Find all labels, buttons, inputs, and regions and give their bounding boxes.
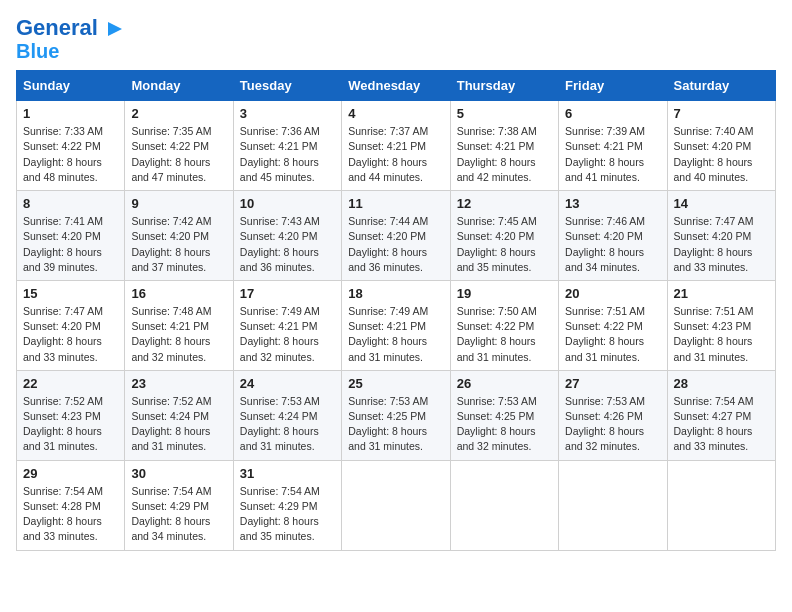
day-info: Sunrise: 7:47 AMSunset: 4:20 PMDaylight:… [674,214,769,275]
calendar-header-thursday: Thursday [450,71,558,101]
day-info: Sunrise: 7:43 AMSunset: 4:20 PMDaylight:… [240,214,335,275]
day-number: 8 [23,196,118,211]
day-number: 1 [23,106,118,121]
calendar-cell: 21Sunrise: 7:51 AMSunset: 4:23 PMDayligh… [667,280,775,370]
calendar-cell: 11Sunrise: 7:44 AMSunset: 4:20 PMDayligh… [342,191,450,281]
day-info: Sunrise: 7:33 AMSunset: 4:22 PMDaylight:… [23,124,118,185]
calendar-header-wednesday: Wednesday [342,71,450,101]
svg-marker-0 [108,22,122,36]
day-info: Sunrise: 7:44 AMSunset: 4:20 PMDaylight:… [348,214,443,275]
calendar-cell: 24Sunrise: 7:53 AMSunset: 4:24 PMDayligh… [233,370,341,460]
day-info: Sunrise: 7:39 AMSunset: 4:21 PMDaylight:… [565,124,660,185]
logo: General Blue [16,16,124,62]
calendar-cell [342,460,450,550]
calendar-cell: 15Sunrise: 7:47 AMSunset: 4:20 PMDayligh… [17,280,125,370]
calendar-cell: 30Sunrise: 7:54 AMSunset: 4:29 PMDayligh… [125,460,233,550]
calendar-cell: 6Sunrise: 7:39 AMSunset: 4:21 PMDaylight… [559,101,667,191]
day-info: Sunrise: 7:45 AMSunset: 4:20 PMDaylight:… [457,214,552,275]
day-number: 28 [674,376,769,391]
day-info: Sunrise: 7:49 AMSunset: 4:21 PMDaylight:… [240,304,335,365]
day-info: Sunrise: 7:54 AMSunset: 4:29 PMDaylight:… [131,484,226,545]
calendar-cell: 20Sunrise: 7:51 AMSunset: 4:22 PMDayligh… [559,280,667,370]
calendar-cell: 7Sunrise: 7:40 AMSunset: 4:20 PMDaylight… [667,101,775,191]
day-number: 16 [131,286,226,301]
day-number: 3 [240,106,335,121]
calendar-cell: 25Sunrise: 7:53 AMSunset: 4:25 PMDayligh… [342,370,450,460]
calendar-week-4: 22Sunrise: 7:52 AMSunset: 4:23 PMDayligh… [17,370,776,460]
day-number: 31 [240,466,335,481]
calendar-cell: 16Sunrise: 7:48 AMSunset: 4:21 PMDayligh… [125,280,233,370]
calendar-cell: 12Sunrise: 7:45 AMSunset: 4:20 PMDayligh… [450,191,558,281]
day-info: Sunrise: 7:46 AMSunset: 4:20 PMDaylight:… [565,214,660,275]
day-number: 13 [565,196,660,211]
day-number: 10 [240,196,335,211]
calendar-cell: 13Sunrise: 7:46 AMSunset: 4:20 PMDayligh… [559,191,667,281]
day-number: 26 [457,376,552,391]
day-info: Sunrise: 7:52 AMSunset: 4:24 PMDaylight:… [131,394,226,455]
calendar-cell: 23Sunrise: 7:52 AMSunset: 4:24 PMDayligh… [125,370,233,460]
calendar-cell [667,460,775,550]
day-number: 27 [565,376,660,391]
day-number: 21 [674,286,769,301]
calendar-header-row: SundayMondayTuesdayWednesdayThursdayFrid… [17,71,776,101]
calendar-cell: 3Sunrise: 7:36 AMSunset: 4:21 PMDaylight… [233,101,341,191]
day-info: Sunrise: 7:50 AMSunset: 4:22 PMDaylight:… [457,304,552,365]
page-header: General Blue [16,16,776,62]
day-number: 4 [348,106,443,121]
calendar-cell: 19Sunrise: 7:50 AMSunset: 4:22 PMDayligh… [450,280,558,370]
day-number: 5 [457,106,552,121]
day-number: 15 [23,286,118,301]
day-number: 11 [348,196,443,211]
day-number: 17 [240,286,335,301]
day-info: Sunrise: 7:38 AMSunset: 4:21 PMDaylight:… [457,124,552,185]
logo-text-general: General [16,16,124,40]
calendar-cell [559,460,667,550]
calendar-cell: 28Sunrise: 7:54 AMSunset: 4:27 PMDayligh… [667,370,775,460]
calendar-week-2: 8Sunrise: 7:41 AMSunset: 4:20 PMDaylight… [17,191,776,281]
day-number: 20 [565,286,660,301]
day-info: Sunrise: 7:54 AMSunset: 4:27 PMDaylight:… [674,394,769,455]
day-number: 30 [131,466,226,481]
calendar-cell [450,460,558,550]
calendar-week-5: 29Sunrise: 7:54 AMSunset: 4:28 PMDayligh… [17,460,776,550]
day-number: 29 [23,466,118,481]
day-info: Sunrise: 7:53 AMSunset: 4:25 PMDaylight:… [348,394,443,455]
calendar-header-friday: Friday [559,71,667,101]
day-number: 14 [674,196,769,211]
calendar-cell: 31Sunrise: 7:54 AMSunset: 4:29 PMDayligh… [233,460,341,550]
calendar-cell: 9Sunrise: 7:42 AMSunset: 4:20 PMDaylight… [125,191,233,281]
calendar-header-sunday: Sunday [17,71,125,101]
calendar-header-tuesday: Tuesday [233,71,341,101]
calendar-table: SundayMondayTuesdayWednesdayThursdayFrid… [16,70,776,550]
day-number: 25 [348,376,443,391]
calendar-cell: 1Sunrise: 7:33 AMSunset: 4:22 PMDaylight… [17,101,125,191]
day-info: Sunrise: 7:54 AMSunset: 4:28 PMDaylight:… [23,484,118,545]
day-info: Sunrise: 7:47 AMSunset: 4:20 PMDaylight:… [23,304,118,365]
day-number: 23 [131,376,226,391]
calendar-header-monday: Monday [125,71,233,101]
day-info: Sunrise: 7:48 AMSunset: 4:21 PMDaylight:… [131,304,226,365]
calendar-cell: 18Sunrise: 7:49 AMSunset: 4:21 PMDayligh… [342,280,450,370]
day-number: 24 [240,376,335,391]
calendar-cell: 26Sunrise: 7:53 AMSunset: 4:25 PMDayligh… [450,370,558,460]
calendar-week-3: 15Sunrise: 7:47 AMSunset: 4:20 PMDayligh… [17,280,776,370]
day-number: 19 [457,286,552,301]
day-number: 12 [457,196,552,211]
day-info: Sunrise: 7:37 AMSunset: 4:21 PMDaylight:… [348,124,443,185]
day-info: Sunrise: 7:53 AMSunset: 4:24 PMDaylight:… [240,394,335,455]
calendar-cell: 14Sunrise: 7:47 AMSunset: 4:20 PMDayligh… [667,191,775,281]
day-info: Sunrise: 7:54 AMSunset: 4:29 PMDaylight:… [240,484,335,545]
day-info: Sunrise: 7:52 AMSunset: 4:23 PMDaylight:… [23,394,118,455]
calendar-cell: 4Sunrise: 7:37 AMSunset: 4:21 PMDaylight… [342,101,450,191]
calendar-cell: 27Sunrise: 7:53 AMSunset: 4:26 PMDayligh… [559,370,667,460]
day-info: Sunrise: 7:36 AMSunset: 4:21 PMDaylight:… [240,124,335,185]
calendar-cell: 10Sunrise: 7:43 AMSunset: 4:20 PMDayligh… [233,191,341,281]
day-number: 6 [565,106,660,121]
calendar-cell: 17Sunrise: 7:49 AMSunset: 4:21 PMDayligh… [233,280,341,370]
day-info: Sunrise: 7:41 AMSunset: 4:20 PMDaylight:… [23,214,118,275]
day-info: Sunrise: 7:51 AMSunset: 4:23 PMDaylight:… [674,304,769,365]
calendar-cell: 22Sunrise: 7:52 AMSunset: 4:23 PMDayligh… [17,370,125,460]
day-info: Sunrise: 7:42 AMSunset: 4:20 PMDaylight:… [131,214,226,275]
day-number: 22 [23,376,118,391]
logo-arrow-icon [106,20,124,38]
